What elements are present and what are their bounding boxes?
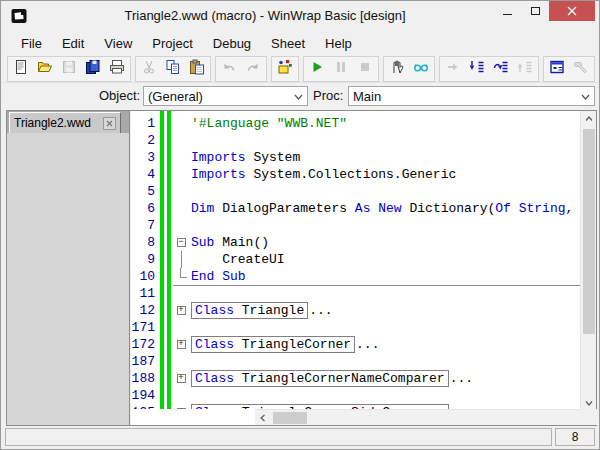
step-over-button[interactable] bbox=[489, 57, 513, 80]
tab-strip: Triangle2.wwd bbox=[7, 111, 129, 133]
menu-file[interactable]: File bbox=[11, 33, 52, 54]
break-hand-button[interactable] bbox=[385, 57, 409, 80]
code-line[interactable]: 10End Sub bbox=[131, 268, 582, 285]
code-segment bbox=[511, 201, 519, 216]
document-sidebar: Triangle2.wwd bbox=[7, 111, 130, 425]
code-text: Dim DialogParameters As New Dictionary(O… bbox=[189, 201, 573, 216]
collapsed-code-box[interactable]: Class TriangleCorner bbox=[191, 336, 355, 353]
code-segment: Class bbox=[195, 303, 234, 318]
fold-expand-icon[interactable]: + bbox=[177, 408, 186, 409]
undo-button bbox=[217, 57, 241, 80]
code-line[interactable]: 6Dim DialogParameters As New Dictionary(… bbox=[131, 200, 582, 217]
collapsed-code-box[interactable]: Class TriangleCornerNameComparer bbox=[191, 370, 449, 387]
line-number: 7 bbox=[131, 218, 157, 233]
tab-close-icon bbox=[106, 120, 113, 127]
code-line[interactable]: 4Imports System.Collections.Generic bbox=[131, 166, 582, 183]
code-line[interactable]: 7 bbox=[131, 217, 582, 234]
fold-end-tick bbox=[173, 268, 189, 285]
code-line[interactable]: 171 bbox=[131, 319, 582, 336]
scroll-up-arrow-icon[interactable] bbox=[581, 111, 597, 127]
code-editor[interactable]: 1'#Language "WWB.NET"23Imports System4Im… bbox=[131, 111, 582, 425]
code-line[interactable]: 2 bbox=[131, 132, 582, 149]
fold-margin bbox=[173, 353, 189, 370]
menu-help[interactable]: Help bbox=[315, 33, 362, 54]
code-text: Imports System bbox=[189, 150, 300, 165]
edit-userdialog-button[interactable] bbox=[273, 57, 297, 80]
watch-glasses-icon bbox=[413, 59, 429, 78]
code-text: '#Language "WWB.NET" bbox=[189, 116, 347, 131]
line-number: 11 bbox=[131, 286, 157, 301]
step-into-button[interactable] bbox=[465, 57, 489, 80]
scroll-left-arrow-icon[interactable] bbox=[255, 410, 271, 426]
run-button[interactable] bbox=[305, 57, 329, 80]
code-line[interactable]: 3Imports System bbox=[131, 149, 582, 166]
dialog-editor-icon bbox=[549, 59, 565, 78]
save-all-icon bbox=[85, 59, 101, 78]
collapsed-code-box[interactable]: Class Triangle bbox=[191, 302, 308, 319]
code-line[interactable]: 1'#Language "WWB.NET" bbox=[131, 115, 582, 132]
code-segment: CreateUI bbox=[191, 252, 285, 267]
fold-expand-icon[interactable]: + bbox=[177, 340, 186, 349]
fold-expand-icon[interactable]: + bbox=[177, 306, 186, 315]
proc-dropdown[interactable]: Main bbox=[348, 86, 595, 106]
horizontal-scroll-thumb[interactable] bbox=[273, 412, 307, 424]
menu-view[interactable]: View bbox=[94, 33, 142, 54]
watch-glasses-button[interactable] bbox=[409, 57, 433, 80]
fold-margin bbox=[173, 149, 189, 166]
step-over-icon bbox=[493, 59, 509, 78]
fold-margin bbox=[173, 268, 189, 285]
horizontal-scrollbar[interactable] bbox=[255, 409, 600, 425]
fold-collapse-icon[interactable]: − bbox=[177, 238, 186, 247]
code-line[interactable]: 11 bbox=[131, 285, 582, 302]
code-line[interactable]: 9 CreateUI bbox=[131, 251, 582, 268]
stop-icon bbox=[357, 59, 373, 78]
code-line[interactable]: 12+Class Triangle... bbox=[131, 302, 582, 319]
maximize-button[interactable] bbox=[521, 1, 549, 21]
save-all-button[interactable] bbox=[81, 57, 105, 80]
open-button[interactable] bbox=[33, 57, 57, 80]
fold-expand-icon[interactable]: + bbox=[177, 374, 186, 383]
code-viewport[interactable]: 1'#Language "WWB.NET"23Imports System4Im… bbox=[131, 111, 582, 409]
code-segment: As bbox=[355, 201, 371, 216]
object-dropdown[interactable]: (General) bbox=[143, 86, 308, 106]
vertical-scroll-thumb[interactable] bbox=[583, 129, 595, 334]
menu-project[interactable]: Project bbox=[142, 33, 202, 54]
code-line[interactable]: 172+Class TriangleCorner... bbox=[131, 336, 582, 353]
menu-debug[interactable]: Debug bbox=[203, 33, 261, 54]
document-tab[interactable]: Triangle2.wwd bbox=[9, 112, 121, 133]
step-out-icon bbox=[517, 59, 533, 78]
paste-button[interactable] bbox=[185, 57, 209, 80]
fold-margin: + bbox=[173, 404, 189, 409]
code-line[interactable]: 8−Sub Main() bbox=[131, 234, 582, 251]
toolbar-group bbox=[383, 56, 435, 82]
print-button[interactable] bbox=[105, 57, 129, 80]
copy-button[interactable] bbox=[161, 57, 185, 80]
code-line[interactable]: 187 bbox=[131, 353, 582, 370]
collapsed-ellipsis: ... bbox=[450, 371, 473, 386]
code-line[interactable]: 188+Class TriangleCornerNameComparer... bbox=[131, 370, 582, 387]
new-button[interactable] bbox=[9, 57, 33, 80]
tab-close-button[interactable] bbox=[103, 117, 116, 130]
pause-button bbox=[329, 57, 353, 80]
code-line[interactable]: 5 bbox=[131, 183, 582, 200]
fold-margin bbox=[173, 285, 189, 302]
line-number: 1 bbox=[131, 116, 157, 131]
code-text: Class TriangleCornerNameComparer... bbox=[189, 371, 473, 386]
vertical-scrollbar[interactable] bbox=[580, 111, 596, 411]
code-segment: System bbox=[246, 150, 301, 165]
minimize-button[interactable] bbox=[493, 1, 521, 21]
close-button[interactable] bbox=[549, 1, 595, 21]
menu-sheet[interactable]: Sheet bbox=[261, 33, 315, 54]
toolbox-button bbox=[569, 57, 593, 80]
code-line[interactable]: 194 bbox=[131, 387, 582, 404]
redo-button bbox=[241, 57, 265, 80]
menu-edit[interactable]: Edit bbox=[52, 33, 94, 54]
pause-icon bbox=[333, 59, 349, 78]
line-number: 195 bbox=[131, 405, 157, 409]
edit-userdialog-icon bbox=[277, 59, 293, 78]
paste-icon bbox=[189, 59, 205, 78]
code-segment: Triangle bbox=[234, 303, 304, 318]
fold-margin: + bbox=[173, 370, 189, 387]
dialog-editor-button[interactable] bbox=[545, 57, 569, 80]
code-segment: Class bbox=[195, 405, 234, 409]
